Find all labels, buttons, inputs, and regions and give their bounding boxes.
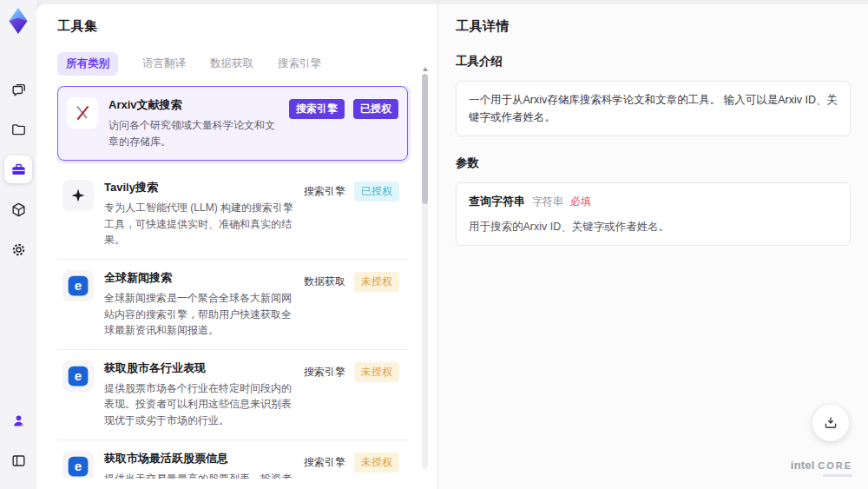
category-badge: 数据获取 [304,274,345,289]
param-type: 字符串 [532,194,563,210]
param-box: 查询字符串 字符串 必填 用于搜索的Arxiv ID、关键字或作者姓名。 [456,182,851,246]
tool-name: 获取市场最活跃股票信息 [104,451,297,466]
tool-list-panel: 工具集 所有类别语言翻译数据获取搜索引擎 Arxiv文献搜索 访问各个研究领域大… [36,4,438,489]
param-name: 查询字符串 [469,193,525,211]
auth-badge: 已授权 [353,99,398,119]
auth-badge: 已授权 [354,182,399,202]
category-badge: 搜索引擎 [304,365,345,380]
intro-section-title: 工具介绍 [456,54,851,69]
blueapp-icon: e [62,360,94,392]
scrollbar-thumb[interactable] [422,74,428,204]
app-window: 工具集 所有类别语言翻译数据获取搜索引擎 Arxiv文献搜索 访问各个研究领域大… [0,0,868,489]
tool-name: Tavily搜索 [104,180,297,195]
auth-badge: 未授权 [354,362,399,382]
svg-text:e: e [75,278,82,293]
collapse-panel-icon[interactable] [4,446,32,474]
left-rail [0,0,36,489]
download-button[interactable] [812,405,849,441]
sparkle-icon [62,180,94,211]
app-logo-icon [5,7,31,35]
folder-icon[interactable] [4,116,32,143]
intel-core-logo: intel CORE [791,459,852,477]
tool-description: 提供股票市场各个行业在特定时间段内的表现。投资者可以利用这些信息来识别表现优于或… [104,380,297,429]
scrollbar[interactable] [422,67,428,473]
tool-description: 提供当天交易量最高的股票列表，投资者可以利用这些信息来识别流动性强的股票和潜在的… [104,471,297,479]
detail-title: 工具详情 [456,18,851,35]
tool-description: 专为人工智能代理 (LLM) 构建的搜索引擎工具，可快速提供实时、准确和真实的结… [104,200,297,248]
tool-name: Arxiv文献搜索 [108,97,282,113]
category-tab[interactable]: 所有类别 [57,52,118,76]
scrollbar-track[interactable] [422,74,428,469]
blueapp-icon: e [62,451,94,479]
auth-badge: 未授权 [354,453,399,472]
category-badge: 搜索引擎 [289,99,345,119]
user-avatar-icon[interactable] [4,406,32,434]
arxiv-icon [67,97,98,129]
settings-gear-icon[interactable] [4,235,32,263]
tool-name: 全球新闻搜索 [104,270,297,286]
tool-list: Arxiv文献搜索 访问各个研究领域大量科学论文和文章的存储库。 搜索引擎 已授… [57,86,437,479]
tool-card[interactable]: Tavily搜索 专为人工智能代理 (LLM) 构建的搜索引擎工具，可快速提供实… [57,169,408,260]
tool-detail-panel: 工具详情 工具介绍 一个用于从Arxiv存储库搜索科学论文和文章的工具。 输入可… [438,4,868,489]
tool-card[interactable]: Arxiv文献搜索 访问各个研究领域大量科学论文和文章的存储库。 搜索引擎 已授… [57,86,408,161]
param-required-flag: 必填 [570,194,591,210]
blueapp-icon: e [62,270,94,301]
cube-icon[interactable] [4,195,32,223]
brand-core: CORE [818,460,852,471]
toolbox-icon[interactable] [4,155,32,183]
params-section-title: 参数 [456,155,851,171]
tool-description: 访问各个研究领域大量科学论文和文章的存储库。 [108,117,282,149]
svg-text:e: e [75,459,82,473]
category-badge: 搜索引擎 [304,184,345,199]
scroll-up-arrow[interactable] [423,67,428,71]
category-tabs: 所有类别语言翻译数据获取搜索引擎 [57,52,437,76]
category-tab[interactable]: 数据获取 [210,52,253,76]
tool-description: 全球新闻搜索是一个聚合全球各大新闻网站内容的搜索引擎，帮助用户快速获取全球最新资… [104,290,297,339]
category-badge: 搜索引擎 [304,455,345,470]
tool-card[interactable]: e 全球新闻搜索 全球新闻搜索是一个聚合全球各大新闻网站内容的搜索引擎，帮助用户… [57,260,408,350]
page-title: 工具集 [57,18,437,35]
category-tab[interactable]: 语言翻译 [142,52,186,76]
auth-badge: 未授权 [354,272,399,292]
tool-name: 获取股市各行业表现 [104,360,297,376]
param-description: 用于搜索的Arxiv ID、关键字或作者姓名。 [469,218,838,235]
brand-underline [823,474,852,477]
tool-card[interactable]: e 获取股市各行业表现 提供股票市场各个行业在特定时间段内的表现。投资者可以利用… [57,350,408,440]
chat-icon[interactable] [4,76,32,103]
tool-intro-box: 一个用于从Arxiv存储库搜索科学论文和文章的工具。 输入可以是Arxiv ID… [456,81,851,136]
tool-card[interactable]: e 获取市场最活跃股票信息 提供当天交易量最高的股票列表，投资者可以利用这些信息… [57,440,408,479]
brand-intel: intel [791,459,815,472]
svg-text:e: e [75,368,82,383]
category-tab[interactable]: 搜索引擎 [278,52,321,76]
